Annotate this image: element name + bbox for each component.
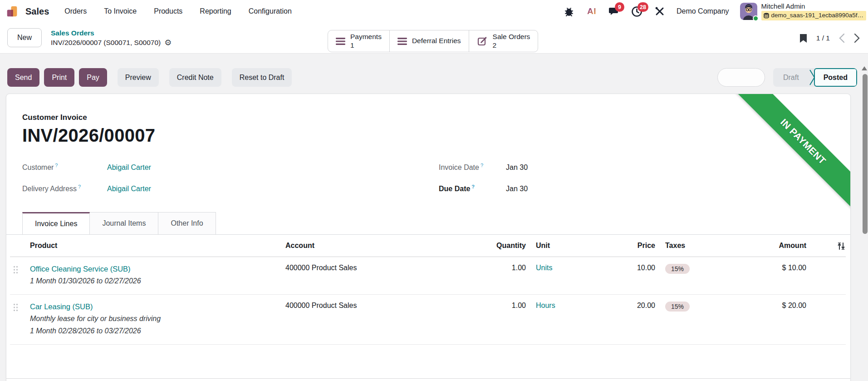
invoice-date-value[interactable]: Jan 30 bbox=[506, 163, 528, 172]
sales-app-logo-icon[interactable] bbox=[6, 5, 18, 17]
customer-label: Customer bbox=[22, 164, 54, 172]
app-name[interactable]: Sales bbox=[25, 6, 49, 17]
list-icon bbox=[336, 37, 345, 45]
database-name: demo_saas-191_1ecba8990a5f… bbox=[771, 12, 863, 20]
status-step-posted[interactable]: Posted bbox=[814, 68, 857, 87]
header-amount: Amount bbox=[762, 235, 806, 256]
due-date-label: Due Date bbox=[439, 185, 470, 193]
preview-button[interactable]: Preview bbox=[118, 68, 159, 87]
line-amount: $ 20.00 bbox=[762, 301, 806, 310]
user-menu[interactable]: Mitchell Admin demo_saas-191_1ecba8990a5… bbox=[740, 2, 868, 20]
pager-count[interactable]: 1 / 1 bbox=[816, 34, 830, 42]
database-chip: demo_saas-191_1ecba8990a5f… bbox=[761, 11, 866, 20]
odoo-invoice-page: Sales Orders To Invoice Products Reporti… bbox=[0, 0, 868, 381]
tax-tag[interactable]: 15% bbox=[665, 302, 690, 312]
line-price[interactable]: 20.00 bbox=[610, 301, 655, 310]
top-nav-left: Sales Orders To Invoice Products Reporti… bbox=[0, 5, 292, 17]
control-panel: New Sales Orders INV/2026/00007 (S00071,… bbox=[0, 23, 868, 54]
menu-reporting[interactable]: Reporting bbox=[200, 7, 231, 15]
help-marker: ? bbox=[55, 163, 58, 168]
tab-other-info[interactable]: Other Info bbox=[158, 212, 216, 234]
pager-next-icon[interactable] bbox=[854, 33, 860, 43]
new-button[interactable]: New bbox=[7, 28, 42, 47]
pay-button[interactable]: Pay bbox=[79, 68, 107, 87]
database-icon bbox=[764, 13, 769, 19]
drag-handle-icon[interactable] bbox=[10, 301, 30, 313]
field-group: Customer? Abigail Carter Delivery Addres… bbox=[22, 157, 834, 200]
header-price: Price bbox=[610, 235, 655, 256]
product-link[interactable]: Car Leasing (SUB) bbox=[30, 301, 285, 312]
activities-clock-icon[interactable]: 28 bbox=[631, 5, 643, 17]
print-button[interactable]: Print bbox=[44, 68, 74, 87]
company-switcher[interactable]: Demo Company bbox=[677, 7, 729, 15]
invoice-line-row: Office Cleaning Service (SUB) 1 Month 01… bbox=[10, 257, 846, 295]
line-quantity[interactable]: 1.00 bbox=[481, 263, 526, 272]
gear-icon[interactable]: ⚙ bbox=[164, 39, 172, 47]
sheet-bottom-divider bbox=[6, 378, 850, 379]
breadcrumb-current-doc: INV/2026/00007 (S00071, S00070) bbox=[51, 38, 161, 48]
menu-to-invoice[interactable]: To Invoice bbox=[104, 7, 137, 15]
list-icon bbox=[397, 37, 407, 45]
delivery-address-field-row: Delivery Address? Abigail Carter bbox=[22, 178, 834, 199]
ai-icon[interactable]: AI bbox=[586, 5, 598, 17]
tab-journal-items[interactable]: Journal Items bbox=[90, 212, 158, 234]
line-unit-link[interactable]: Units bbox=[536, 264, 552, 272]
send-button[interactable]: Send bbox=[7, 68, 39, 87]
stat-button-deferral-entries[interactable]: Deferral Entries bbox=[389, 30, 469, 52]
messages-icon[interactable]: 9 bbox=[608, 5, 620, 17]
menu-orders[interactable]: Orders bbox=[64, 7, 87, 15]
menu-products[interactable]: Products bbox=[154, 7, 182, 15]
line-account[interactable]: 400000 Product Sales bbox=[285, 263, 481, 272]
reset-to-draft-button[interactable]: Reset to Draft bbox=[232, 68, 292, 87]
delivery-address-value-link[interactable]: Abigail Carter bbox=[107, 185, 151, 193]
customer-value-link[interactable]: Abigail Carter bbox=[107, 163, 151, 172]
optional-columns-icon[interactable] bbox=[806, 235, 846, 257]
header-taxes: Taxes bbox=[655, 235, 762, 256]
status-step-draft[interactable]: Draft bbox=[773, 74, 809, 82]
tools-icon[interactable] bbox=[654, 5, 666, 17]
activities-badge: 28 bbox=[638, 2, 648, 12]
header-unit: Unit bbox=[526, 235, 610, 256]
due-date-field-row: Due Date? Jan 30 bbox=[439, 178, 528, 199]
tax-tag[interactable]: 15% bbox=[665, 264, 690, 274]
stat-button-group: Payments 1 Deferral Entries bbox=[328, 30, 538, 52]
stat-sale-orders-count: 2 bbox=[493, 41, 530, 50]
statusbar: Draft Posted bbox=[773, 68, 857, 87]
stat-button-sale-orders[interactable]: Sale Orders 2 bbox=[469, 30, 538, 52]
due-date-value[interactable]: Jan 30 bbox=[506, 185, 528, 193]
scrollbar-thumb[interactable] bbox=[863, 74, 868, 234]
header-account: Account bbox=[285, 235, 481, 256]
user-name: Mitchell Admin bbox=[761, 2, 866, 11]
top-nav-bar: Sales Orders To Invoice Products Reporti… bbox=[0, 0, 868, 23]
breadcrumb-sales-orders[interactable]: Sales Orders bbox=[51, 29, 172, 38]
pager-previous-icon[interactable] bbox=[839, 33, 845, 43]
line-amount: $ 10.00 bbox=[762, 263, 806, 272]
customer-field-row: Customer? Abigail Carter bbox=[22, 157, 834, 178]
messages-badge: 9 bbox=[615, 2, 624, 12]
stat-sale-orders-label: Sale Orders bbox=[493, 33, 530, 41]
header-quantity: Quantity bbox=[481, 235, 526, 256]
bug-icon[interactable] bbox=[563, 5, 575, 17]
scrollbar-up-arrow[interactable] bbox=[862, 66, 867, 70]
line-description: Monthly lease for city or business drivi… bbox=[30, 312, 285, 325]
line-quantity[interactable]: 1.00 bbox=[481, 301, 526, 310]
invoice-number-title: INV/2026/00007 bbox=[22, 125, 834, 146]
line-description: 1 Month 01/30/2026 to 02/27/2026 bbox=[30, 275, 285, 287]
credit-note-button[interactable]: Credit Note bbox=[169, 68, 221, 87]
bookmark-icon[interactable] bbox=[799, 34, 807, 43]
stat-button-payments[interactable]: Payments 1 bbox=[328, 30, 389, 52]
tab-invoice-lines[interactable]: Invoice Lines bbox=[22, 212, 90, 234]
line-account[interactable]: 400000 Product Sales bbox=[285, 301, 481, 310]
line-unit-link[interactable]: Hours bbox=[536, 302, 555, 309]
drag-handle-icon[interactable] bbox=[10, 263, 30, 276]
invoice-date-label: Invoice Date bbox=[439, 164, 479, 172]
help-marker: ? bbox=[471, 184, 475, 189]
stat-payments-label: Payments bbox=[350, 33, 382, 41]
help-marker: ? bbox=[481, 163, 483, 168]
product-link[interactable]: Office Cleaning Service (SUB) bbox=[30, 263, 285, 275]
empty-status-pill[interactable] bbox=[717, 68, 765, 87]
line-price[interactable]: 10.00 bbox=[610, 263, 655, 272]
line-description: 1 Month 02/28/2026 to 03/27/2026 bbox=[30, 325, 285, 337]
menu-configuration[interactable]: Configuration bbox=[249, 7, 292, 15]
sales-app-logo-icon bbox=[6, 5, 18, 18]
